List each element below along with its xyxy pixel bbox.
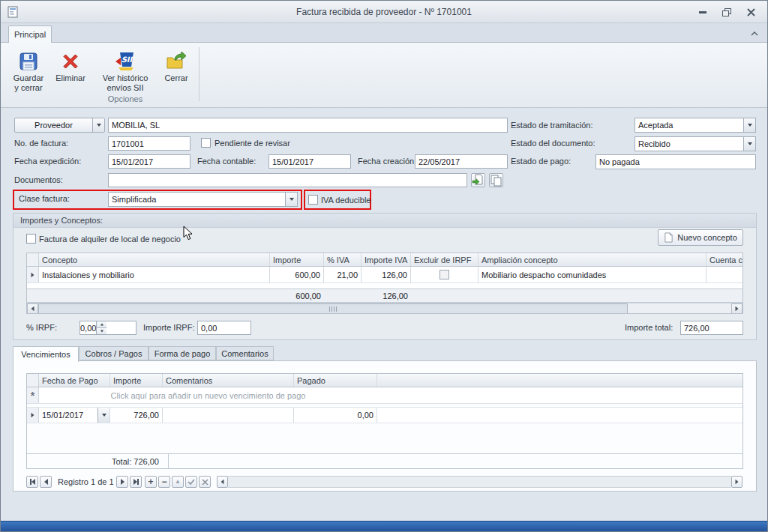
row-indicator xyxy=(27,267,39,282)
column-header-comentarios[interactable]: Comentarios xyxy=(163,374,294,387)
nav-cancel-button[interactable] xyxy=(199,476,211,488)
minimize-icon xyxy=(699,11,706,13)
cell-importe[interactable]: 726,00 xyxy=(110,408,163,423)
proveedor-value: MOBILIA, SL xyxy=(112,121,160,130)
nav-append-button[interactable]: + xyxy=(145,476,157,488)
iva-deducible-checkbox[interactable] xyxy=(308,195,318,205)
column-header-concepto[interactable]: Concepto xyxy=(39,253,270,266)
cell-importe-iva[interactable]: 126,00 xyxy=(362,267,411,282)
alquiler-checkbox[interactable] xyxy=(26,234,36,244)
cell-pagado[interactable]: 0,00 xyxy=(294,408,377,423)
column-header-importe[interactable]: Importe xyxy=(110,374,163,387)
estado-pago-value: No pagada xyxy=(599,157,640,166)
conceptos-grid-header: Concepto Importe % IVA Importe IVA Exclu… xyxy=(27,253,742,267)
tab-comentarios[interactable]: Comentarios xyxy=(216,346,274,360)
documentos-label: Documentos: xyxy=(14,175,63,184)
conceptos-summary-row: 600,00 126,00 xyxy=(27,288,742,303)
scroll-thumb[interactable] xyxy=(38,303,628,314)
collapse-ribbon-button[interactable] xyxy=(748,28,761,39)
nav-next-button[interactable] xyxy=(116,476,128,488)
excluir-irpf-checkbox[interactable] xyxy=(440,270,449,279)
pendiente-revisar-label: Pendiente de revisar xyxy=(214,139,290,148)
nav-edit-button[interactable]: ▲ xyxy=(172,476,184,488)
column-header-pagado[interactable]: Pagado xyxy=(294,374,377,387)
clase-factura-combo[interactable]: Simplificada xyxy=(108,192,298,207)
proveedor-button-label: Proveedor xyxy=(15,121,92,130)
close-form-button[interactable]: Cerrar xyxy=(158,46,194,103)
svg-text:SII: SII xyxy=(122,55,134,64)
scroll-left-button[interactable] xyxy=(27,303,38,314)
nuevo-concepto-label: Nuevo concepto xyxy=(677,233,737,242)
chevron-up-icon xyxy=(751,31,758,36)
estado-tramitacion-combo[interactable]: Aceptada xyxy=(634,118,756,133)
tab-vencimientos[interactable]: Vencimientos xyxy=(13,346,79,362)
delete-button[interactable]: Eliminar xyxy=(52,46,89,103)
invoice-window: Factura recibida de proveedor - Nº 17010… xyxy=(0,0,768,532)
restore-button[interactable] xyxy=(719,7,734,18)
sii-icon: SII xyxy=(114,49,136,73)
spin-buttons[interactable] xyxy=(96,321,106,334)
column-header-fecha-pago[interactable]: Fecha de Pago xyxy=(39,374,110,387)
tab-cobros-pagos[interactable]: Cobros / Pagos xyxy=(79,346,148,360)
nav-delete-button[interactable]: − xyxy=(158,476,170,488)
hscroll-track[interactable] xyxy=(228,476,731,488)
nuevo-concepto-button[interactable]: Nuevo concepto xyxy=(658,229,743,246)
cell-pct-iva[interactable]: 21,00 xyxy=(324,267,362,282)
proveedor-dropdown-button[interactable]: Proveedor xyxy=(14,118,105,133)
new-row-hint[interactable]: Click aquí para añadir un nuevo vencimie… xyxy=(39,387,377,403)
copy-document-button[interactable] xyxy=(489,173,503,187)
estado-documento-value: Recibido xyxy=(635,139,743,148)
dropdown-arrow-icon xyxy=(285,193,297,206)
fecha-contable-input[interactable]: 15/01/2017 xyxy=(268,154,351,169)
fecha-expedicion-input[interactable]: 15/01/2017 xyxy=(108,154,190,169)
importe-irpf-input[interactable]: 0,00 xyxy=(197,321,251,335)
irpf-spinner[interactable]: 0,00 xyxy=(80,321,136,335)
attach-document-button[interactable] xyxy=(471,173,485,187)
column-header-excluir-irpf[interactable]: Excluir de IRPF xyxy=(411,253,478,266)
new-row[interactable]: * Click aquí para añadir un nuevo vencim… xyxy=(27,387,742,404)
cell-excluir-irpf[interactable] xyxy=(411,267,478,282)
nav-prev-button[interactable] xyxy=(40,476,52,488)
cell-fecha-pago-combo[interactable]: 15/01/2017 xyxy=(39,408,110,423)
column-header-pct-iva[interactable]: % IVA xyxy=(324,253,362,266)
column-header-cuenta[interactable]: Cuenta co xyxy=(706,253,742,266)
conceptos-hscrollbar[interactable] xyxy=(27,303,742,314)
hscroll-left-button[interactable] xyxy=(217,476,228,488)
nav-first-button[interactable] xyxy=(26,476,38,488)
tab-forma-de-pago[interactable]: Forma de pago xyxy=(148,346,216,360)
estado-pago-field: No pagada xyxy=(596,154,756,169)
estado-documento-combo[interactable]: Recibido xyxy=(634,136,756,151)
titlebar: Factura recibida de proveedor - Nº 17010… xyxy=(1,1,767,23)
cell-concepto[interactable]: Instalaciones y mobiliario xyxy=(39,267,270,282)
no-factura-input[interactable]: 1701001 xyxy=(108,136,190,151)
pendiente-revisar-checkbox[interactable] xyxy=(201,138,211,148)
fecha-creacion-input[interactable]: 22/05/2017 xyxy=(415,154,508,169)
cell-importe[interactable]: 600,00 xyxy=(270,267,324,282)
column-header-ampliacion[interactable]: Ampliación concepto xyxy=(478,253,706,266)
proveedor-input[interactable]: MOBILIA, SL xyxy=(108,118,508,133)
documentos-input[interactable] xyxy=(108,173,467,187)
check-icon xyxy=(188,478,195,486)
tab-principal[interactable]: Principal xyxy=(8,25,52,43)
cell-cuenta[interactable] xyxy=(706,267,742,282)
hscroll-right-button[interactable] xyxy=(731,476,742,488)
close-button[interactable] xyxy=(743,7,758,18)
minimize-button[interactable] xyxy=(695,7,710,18)
nav-endedit-button[interactable] xyxy=(185,476,197,488)
save-and-close-button[interactable]: Guardar y cerrar xyxy=(8,46,49,103)
estado-documento-label: Estado del documento: xyxy=(511,139,596,148)
conceptos-grid: Concepto Importe % IVA Importe IVA Exclu… xyxy=(26,253,743,314)
scroll-right-button[interactable] xyxy=(731,303,742,314)
vencimiento-row[interactable]: 15/01/2017 726,00 0,00 xyxy=(27,407,742,423)
concepto-row[interactable]: Instalaciones y mobiliario 600,00 21,00 … xyxy=(27,267,742,283)
column-header-importe[interactable]: Importe xyxy=(270,253,324,266)
column-header-importe-iva[interactable]: Importe IVA xyxy=(362,253,411,266)
cell-ampliacion[interactable]: Mobiliario despacho comunidades xyxy=(478,267,706,282)
irpf-label: % IRPF: xyxy=(26,323,57,332)
ribbon: Guardar y cerrar Eliminar SII Ver histór… xyxy=(1,42,767,108)
grid-footer: Total: 726,00 xyxy=(27,453,742,468)
nav-last-button[interactable] xyxy=(130,476,142,488)
summary-importe: 600,00 xyxy=(270,289,324,302)
cell-comentarios[interactable] xyxy=(163,408,294,423)
record-counter: Registro 1 de 1 xyxy=(58,477,114,486)
